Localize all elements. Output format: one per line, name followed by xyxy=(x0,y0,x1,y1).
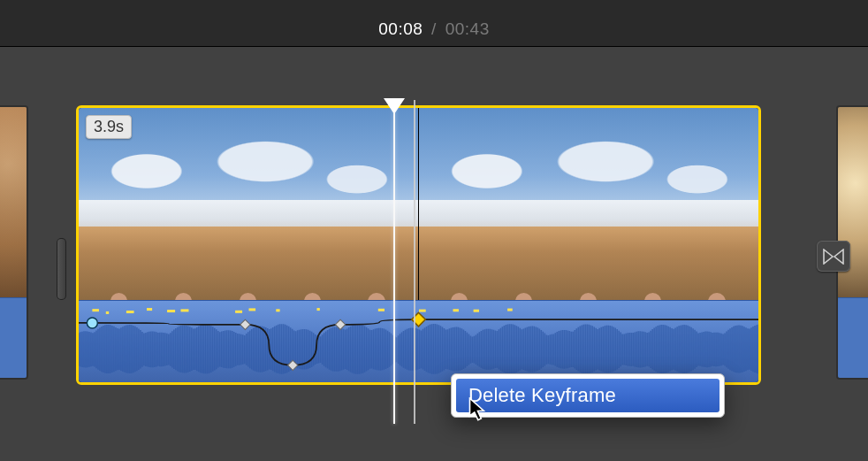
svg-rect-1 xyxy=(106,311,109,314)
clip-audio-track[interactable] xyxy=(838,297,868,380)
transition-button[interactable] xyxy=(817,241,850,272)
skimmer-line xyxy=(414,100,415,424)
timecode-separator: / xyxy=(428,19,440,38)
svg-rect-10 xyxy=(378,309,385,311)
clip-audio-track[interactable] xyxy=(79,300,758,385)
svg-rect-6 xyxy=(235,311,242,313)
clip-previous[interactable] xyxy=(0,105,28,380)
svg-rect-4 xyxy=(167,310,175,312)
context-menu: Delete Keyframe xyxy=(451,373,725,418)
cursor-pointer-icon xyxy=(468,397,490,422)
clip-audio-track[interactable] xyxy=(0,297,27,380)
audio-keyframe[interactable] xyxy=(335,319,345,329)
audio-keyframe[interactable] xyxy=(288,360,298,370)
svg-rect-3 xyxy=(147,308,152,311)
svg-rect-2 xyxy=(126,311,134,313)
svg-rect-13 xyxy=(474,310,479,312)
timecode-current: 00:08 xyxy=(378,19,423,38)
vertical-scroll-handle[interactable] xyxy=(57,238,66,300)
clip-thumbnail xyxy=(0,107,27,297)
clip-frame xyxy=(419,108,758,300)
menu-item-delete-keyframe[interactable]: Delete Keyframe xyxy=(456,379,720,412)
audio-keyframe[interactable] xyxy=(87,318,97,328)
svg-rect-11 xyxy=(419,310,426,312)
clip-filmstrip xyxy=(79,108,758,300)
svg-rect-5 xyxy=(181,309,189,311)
svg-rect-0 xyxy=(92,309,99,311)
timecode-display: 00:08 / 00:43 xyxy=(378,19,489,39)
svg-rect-8 xyxy=(276,309,279,311)
svg-rect-12 xyxy=(453,309,459,311)
playhead[interactable] xyxy=(393,100,395,424)
clip-duration-badge: 3.9s xyxy=(86,115,132,139)
timecode-total: 00:43 xyxy=(445,19,490,38)
audio-keyframe[interactable] xyxy=(240,319,250,329)
crossfade-icon xyxy=(823,249,844,265)
audio-peak-markers xyxy=(79,301,759,317)
timeline-viewport[interactable]: 3.9s Delete Keyframe xyxy=(0,47,868,461)
svg-rect-14 xyxy=(507,309,513,311)
svg-rect-7 xyxy=(249,308,256,311)
svg-rect-9 xyxy=(317,308,320,311)
clip-selected[interactable]: 3.9s xyxy=(76,105,761,385)
